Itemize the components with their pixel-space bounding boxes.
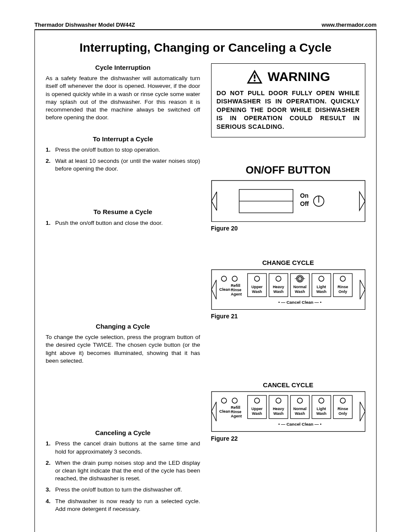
heading-canceling: Canceling a Cycle <box>46 429 200 437</box>
svg-text:Clean: Clean <box>219 286 230 291</box>
svg-point-30 <box>318 276 324 281</box>
interrupt-step-2: Wait at least 10 seconds (or until the w… <box>55 157 200 173</box>
warning-title: WARNING <box>268 68 330 86</box>
warning-body: DO NOT PULL DOOR FULLY OPEN WHILE DISHWA… <box>217 89 360 131</box>
svg-text:Light: Light <box>316 407 326 411</box>
right-column: WARNING DO NOT PULL DOOR FULLY OPEN WHIL… <box>211 63 366 516</box>
warning-triangle-icon <box>246 69 263 84</box>
off-label: Off <box>300 200 309 207</box>
svg-point-19 <box>276 276 281 281</box>
svg-point-34 <box>340 276 345 281</box>
heading-to-resume: To Resume a Cycle <box>46 208 200 216</box>
figure-20-panel: On Off <box>211 180 366 222</box>
svg-text:Rinse: Rinse <box>230 287 241 292</box>
svg-point-39 <box>221 398 226 403</box>
svg-text:Upper: Upper <box>251 407 262 411</box>
interrupt-step-1: Press the on/off button to stop operatio… <box>55 146 200 154</box>
cancel-cycle-title: CANCEL CYCLE <box>211 381 366 389</box>
svg-point-58 <box>318 398 324 403</box>
svg-text:• — Cancel Clean — •: • — Cancel Clean — • <box>278 299 321 304</box>
page-header: Thermador Dishwasher Model DW44Z www.the… <box>34 22 377 30</box>
svg-text:Agent: Agent <box>230 292 241 296</box>
svg-text:Normal: Normal <box>293 284 306 289</box>
heading-changing: Changing a Cycle <box>46 322 200 331</box>
svg-text:Wash: Wash <box>316 411 327 416</box>
figure-20-label: Figure 20 <box>211 224 366 233</box>
svg-text:Rinse: Rinse <box>230 410 241 414</box>
list-to-resume: 1.Push the on/off button and close the d… <box>46 219 200 227</box>
cancel-step-1: Press the cancel drain buttons at the sa… <box>55 440 200 455</box>
body-cycle-interruption: As a safety feature the dishwasher will … <box>46 75 200 121</box>
svg-text:Heavy: Heavy <box>273 407 284 411</box>
left-column: Cycle Interruption As a safety feature t… <box>46 63 200 516</box>
onoff-panel-title: ON/OFF BUTTON <box>211 163 366 177</box>
svg-text:Wash: Wash <box>252 411 262 416</box>
svg-text:Rinse: Rinse <box>337 284 348 289</box>
warning-box: WARNING DO NOT PULL DOOR FULLY OPEN WHIL… <box>211 63 366 137</box>
figure-22-panel: Clean Refill Rinse Agent UpperWash Heavy… <box>211 391 366 432</box>
svg-point-9 <box>232 276 237 281</box>
svg-text:Light: Light <box>316 284 326 289</box>
svg-text:Rinse: Rinse <box>337 407 348 411</box>
svg-text:Wash: Wash <box>252 289 262 293</box>
resume-step-1: Push the on/off button and close the doo… <box>55 219 200 227</box>
cancel-step-3: Press the on/off button to turn the dish… <box>55 486 200 494</box>
cancel-step-4: The dishwasher is now ready to run a sel… <box>55 498 200 513</box>
svg-point-1 <box>254 80 255 81</box>
figure-21-panel: Clean Refill Rinse Agent UpperWash Heavy… <box>211 269 366 310</box>
svg-point-62 <box>340 398 345 403</box>
svg-point-46 <box>254 398 259 403</box>
svg-text:Refill: Refill <box>230 405 240 410</box>
svg-text:Refill: Refill <box>230 283 240 287</box>
cancel-step-2: When the drain pump noises stop and the … <box>55 459 200 483</box>
svg-point-54 <box>297 398 302 403</box>
svg-text:Heavy: Heavy <box>273 284 284 289</box>
svg-text:Wash: Wash <box>295 411 305 416</box>
svg-text:Wash: Wash <box>273 411 283 416</box>
body-changing: To change the cycle selection, press the… <box>46 333 200 365</box>
main-title: Interrupting, Changing or Canceling a Cy… <box>46 41 365 55</box>
svg-text:Normal: Normal <box>293 407 306 411</box>
svg-text:Only: Only <box>338 289 347 293</box>
figure-21-label: Figure 21 <box>211 312 366 320</box>
change-cycle-title: CHANGE CYCLE <box>211 258 366 267</box>
svg-text:Agent: Agent <box>230 414 241 418</box>
svg-point-40 <box>232 398 237 403</box>
heading-cycle-interruption: Cycle Interruption <box>46 63 200 72</box>
header-left: Thermador Dishwasher Model DW44Z <box>34 22 135 28</box>
svg-text:Wash: Wash <box>295 289 305 293</box>
svg-text:• — Cancel Clean — •: • — Cancel Clean — • <box>278 422 321 426</box>
svg-text:Only: Only <box>338 411 347 416</box>
figure-22-label: Figure 22 <box>211 435 366 443</box>
svg-rect-0 <box>254 75 255 79</box>
svg-point-50 <box>276 398 281 403</box>
heading-to-interrupt: To Interrupt a Cycle <box>46 135 200 143</box>
svg-point-8 <box>221 276 226 281</box>
header-right: www.thermador.com <box>322 22 377 28</box>
list-to-interrupt: 1.Press the on/off button to stop operat… <box>46 146 200 173</box>
on-label: On <box>300 192 308 199</box>
svg-text:Upper: Upper <box>251 284 262 289</box>
content-frame: Interrupting, Changing or Canceling a Cy… <box>34 30 377 532</box>
svg-text:Wash: Wash <box>273 289 283 293</box>
svg-text:Clean: Clean <box>219 409 230 414</box>
svg-text:Wash: Wash <box>316 289 327 293</box>
svg-point-15 <box>254 276 259 281</box>
list-canceling: 1.Press the cancel drain buttons at the … <box>46 440 200 513</box>
